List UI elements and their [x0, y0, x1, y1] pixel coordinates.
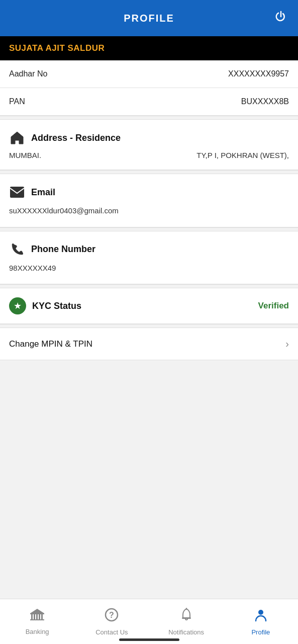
kyc-status: Verified: [258, 301, 289, 311]
nav-label-banking: Banking: [26, 628, 49, 635]
nav-item-banking[interactable]: Banking: [0, 599, 74, 644]
bottom-nav: Banking ? Contact Us Notifications: [0, 599, 298, 644]
pan-value: BUXXXXX8B: [241, 97, 289, 106]
email-section: Email suXXXXXXldur0403@gmail.com: [0, 174, 298, 227]
pan-row: PAN BUXXXXX8B: [0, 88, 298, 116]
aadhar-value: XXXXXXXX9957: [228, 69, 289, 78]
banking-icon: [30, 608, 45, 625]
kyc-label: KYC Status: [32, 301, 81, 311]
aadhar-label: Aadhar No: [9, 69, 48, 78]
nav-label-profile: Profile: [251, 628, 270, 636]
svg-marker-8: [30, 609, 44, 613]
address-title: Address - Residence: [31, 133, 121, 143]
address-content: MUMBAI. TY,P I, POKHRAN (WEST),: [9, 151, 289, 159]
aadhar-row: Aadhar No XXXXXXXX9957: [0, 60, 298, 88]
header-title: PROFILE: [124, 13, 174, 24]
divider-1: [0, 116, 298, 120]
svg-point-13: [258, 610, 263, 615]
content-spacer: [0, 360, 298, 599]
phone-title: Phone Number: [31, 244, 95, 255]
power-button[interactable]: [274, 10, 288, 27]
svg-rect-5: [39, 614, 40, 619]
svg-rect-3: [34, 614, 35, 619]
pan-label: PAN: [9, 97, 25, 106]
svg-rect-4: [36, 614, 38, 619]
svg-rect-6: [41, 614, 43, 619]
svg-rect-11: [182, 617, 191, 619]
nav-item-notifications[interactable]: Notifications: [149, 599, 224, 644]
nav-item-profile[interactable]: Profile: [224, 599, 298, 644]
contact-us-icon: ?: [105, 608, 119, 625]
kyc-row: ★ KYC Status Verified: [0, 288, 298, 324]
address-line1: TY,P I, POKHRAN (WEST),: [196, 151, 289, 159]
address-line2: MUMBAI.: [9, 151, 41, 159]
change-mpin-row[interactable]: Change MPIN & TPIN ›: [0, 328, 298, 360]
home-indicator: [119, 638, 179, 641]
phone-icon: [9, 242, 25, 258]
divider-2: [0, 170, 298, 174]
divider-3: [0, 227, 298, 231]
phone-header: Phone Number: [9, 242, 289, 258]
address-header: Address - Residence: [9, 130, 289, 146]
divider-4: [0, 284, 298, 288]
chevron-right-icon: ›: [285, 338, 289, 350]
notifications-icon: [180, 608, 192, 625]
divider-5: [0, 324, 298, 328]
info-section: Aadhar No XXXXXXXX9957 PAN BUXXXXX8B: [0, 60, 298, 116]
home-icon: [9, 130, 25, 146]
phone-section: Phone Number 98XXXXXX49: [0, 231, 298, 285]
email-title: Email: [31, 187, 55, 198]
svg-rect-2: [31, 614, 33, 619]
nav-item-contact-us[interactable]: ? Contact Us: [74, 599, 149, 644]
app-header: PROFILE: [0, 0, 298, 36]
svg-rect-0: [10, 187, 24, 198]
kyc-star-icon: ★: [9, 297, 26, 314]
kyc-left: ★ KYC Status: [9, 297, 81, 314]
nav-label-contact-us: Contact Us: [95, 628, 128, 636]
svg-rect-7: [30, 619, 44, 620]
nav-label-notifications: Notifications: [168, 628, 204, 636]
user-name: SUJATA AJIT SALDUR: [9, 43, 105, 53]
change-mpin-label: Change MPIN & TPIN: [9, 339, 92, 349]
user-name-bar: SUJATA AJIT SALDUR: [0, 36, 298, 60]
email-value: suXXXXXXldur0403@gmail.com: [9, 205, 289, 217]
address-section: Address - Residence MUMBAI. TY,P I, POKH…: [0, 120, 298, 170]
svg-text:?: ?: [109, 611, 114, 619]
email-header: Email: [9, 184, 289, 200]
email-icon: [9, 184, 25, 200]
phone-value: 98XXXXXX49: [9, 263, 289, 274]
profile-icon: [255, 608, 267, 625]
svg-rect-1: [30, 613, 44, 614]
